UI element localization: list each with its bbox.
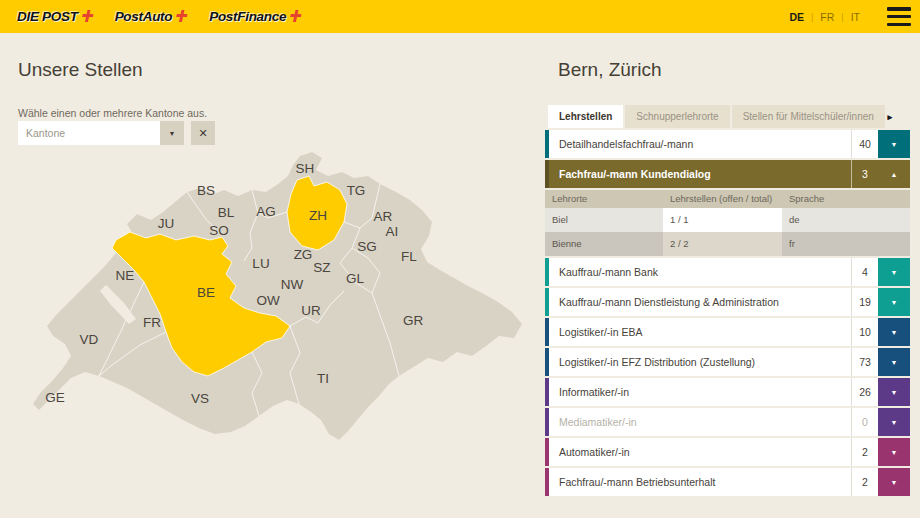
canton-label-ag[interactable]: AG [256, 204, 276, 219]
canton-label-ur[interactable]: UR [301, 303, 321, 318]
job-title: Logistiker/-in EBA [549, 318, 851, 346]
canton-filter: ▼ ✕ [18, 121, 215, 145]
top-header-bar: DIE POST PostAuto PostFinance DE | FR | … [0, 0, 920, 33]
canton-label-so[interactable]: SO [209, 223, 229, 238]
canton-label-be[interactable]: BE [197, 285, 215, 300]
canton-label-zg[interactable]: ZG [294, 247, 313, 262]
chevron-down-icon[interactable]: ▼ [878, 468, 910, 496]
detail-row-bienne[interactable]: Bienne 2 / 2 fr► [545, 232, 910, 256]
job-title: Detailhandelsfachfrau/-mann [549, 130, 851, 158]
job-count: 4 [851, 258, 878, 286]
job-title: Fachfrau/-mann Kundendialog [549, 160, 851, 188]
chevron-down-icon[interactable]: ▼ [878, 378, 910, 406]
job-count: 73 [851, 348, 878, 376]
job-list: Detailhandelsfachfrau/-mann 40 ▼ Fachfra… [545, 130, 910, 498]
canton-label-nw[interactable]: NW [281, 277, 304, 292]
canton-label-fl[interactable]: FL [401, 249, 417, 264]
chevron-down-icon[interactable]: ▼ [160, 121, 184, 145]
canton-label-ge[interactable]: GE [45, 390, 65, 405]
job-row-detailhandel[interactable]: Detailhandelsfachfrau/-mann 40 ▼ [545, 130, 910, 158]
job-row-kauffrau-dienstleistung[interactable]: Kauffrau/-mann Dienstleistung & Administ… [545, 288, 910, 316]
canton-label-lu[interactable]: LU [252, 256, 269, 271]
switzerland-map: SHTGBSBLAGZHARAIJUSOSGZGFLLUSZNEGLNWBEOW… [0, 33, 540, 518]
canton-label-ow[interactable]: OW [256, 293, 279, 308]
logo-die-post[interactable]: DIE POST [17, 8, 93, 26]
canton-label-ar[interactable]: AR [374, 209, 393, 224]
job-row-kauffrau-bank[interactable]: Kauffrau/-mann Bank 4 ▼ [545, 258, 910, 286]
lang-it[interactable]: IT [851, 11, 860, 23]
column-lehrorte: Lehrorte [545, 190, 663, 208]
job-row-betriebsunterhalt[interactable]: Fachfrau/-mann Betriebsunterhalt 2 ▼ [545, 468, 910, 496]
tab-bar: Lehrstellen Schnupperlehrorte Stellen fü… [548, 105, 885, 128]
job-count: 0 [851, 408, 878, 436]
canton-label-sg[interactable]: SG [357, 239, 377, 254]
job-title: Informatiker/-in [549, 378, 851, 406]
job-title: Kauffrau/-mann Bank [549, 258, 851, 286]
job-row-logistiker-eba[interactable]: Logistiker/-in EBA 10 ▼ [545, 318, 910, 346]
canton-label-tg[interactable]: TG [347, 183, 366, 198]
chevron-down-icon[interactable]: ▼ [878, 348, 910, 376]
canton-label-ai[interactable]: AI [386, 224, 399, 239]
canton-label-bl[interactable]: BL [218, 205, 235, 220]
arrow-right-icon[interactable]: ► [886, 106, 894, 130]
canton-label-vs[interactable]: VS [191, 391, 209, 406]
job-title: Fachfrau/-mann Betriebsunterhalt [549, 468, 851, 496]
job-count: 2 [851, 438, 878, 466]
canton-label-fr[interactable]: FR [143, 315, 161, 330]
canton-label-ju[interactable]: JU [158, 216, 175, 231]
tab-mittelschueler[interactable]: Stellen für Mittelschüler/innen [732, 105, 885, 128]
chevron-down-icon[interactable]: ▼ [878, 318, 910, 346]
sprache: de [782, 208, 910, 232]
canton-label-ti[interactable]: TI [317, 371, 329, 386]
job-row-kundendialog[interactable]: Fachfrau/-mann Kundendialog 3 ▲ [545, 160, 910, 188]
lang-fr[interactable]: FR [820, 11, 834, 23]
switzerland-map-svg [0, 33, 540, 518]
canton-label-zh[interactable]: ZH [309, 208, 327, 223]
canton-label-sh[interactable]: SH [296, 161, 315, 176]
job-title: Logistiker/-in EFZ Distribution (Zustell… [549, 348, 851, 376]
canton-filter-label: Wähle einen oder mehrere Kantone aus. [18, 107, 207, 119]
close-icon[interactable]: ✕ [191, 121, 215, 145]
canton-label-vd[interactable]: VD [80, 332, 99, 347]
chevron-down-icon[interactable]: ▼ [878, 130, 910, 158]
job-title: Automatiker/-in [549, 438, 851, 466]
column-sprache: Sprache [782, 190, 910, 208]
job-count: 2 [851, 468, 878, 496]
chevron-down-icon[interactable]: ▼ [878, 258, 910, 286]
lehrorte-detail-table: Lehrorte Lehrstellen (offen / total) Spr… [545, 190, 910, 256]
post-cross-icon [174, 8, 189, 26]
column-lehrstellen: Lehrstellen (offen / total) [663, 190, 782, 208]
brand-logos: DIE POST PostAuto PostFinance [0, 8, 301, 26]
lang-separator: | [841, 12, 843, 22]
hamburger-menu-icon[interactable] [887, 7, 911, 26]
selected-cantons-title: Bern, Zürich [558, 59, 661, 81]
canton-label-gr[interactable]: GR [403, 313, 423, 328]
canton-label-sz[interactable]: SZ [313, 260, 330, 275]
job-row-logistiker-efz[interactable]: Logistiker/-in EFZ Distribution (Zustell… [545, 348, 910, 376]
canton-label-gl[interactable]: GL [346, 271, 364, 286]
right-panel: Bern, Zürich Lehrstellen Schnupperlehror… [540, 33, 920, 518]
lang-separator: | [811, 12, 813, 22]
canton-select-input[interactable] [18, 121, 160, 145]
sprache: fr [782, 232, 910, 256]
chevron-down-icon[interactable]: ▼ [878, 408, 910, 436]
canton-label-bs[interactable]: BS [197, 183, 215, 198]
logo-postauto[interactable]: PostAuto [115, 8, 188, 26]
chevron-down-icon[interactable]: ▼ [878, 438, 910, 466]
post-cross-icon [80, 8, 95, 26]
chevron-up-icon[interactable]: ▲ [878, 160, 910, 188]
job-count: 10 [851, 318, 878, 346]
logo-postfinance-label: PostFinance [209, 9, 286, 24]
tab-schnupperlehrorte[interactable]: Schnupperlehrorte [625, 105, 729, 128]
job-count: 40 [851, 130, 878, 158]
canton-label-ne[interactable]: NE [116, 268, 135, 283]
detail-row-biel[interactable]: Biel 1 / 1 de► [545, 208, 910, 232]
logo-postfinance[interactable]: PostFinance [209, 8, 301, 26]
chevron-down-icon[interactable]: ▼ [878, 288, 910, 316]
job-row-mediamatiker[interactable]: Mediamatiker/-in 0 ▼ [545, 408, 910, 436]
lang-de[interactable]: DE [789, 11, 804, 23]
job-row-informatiker[interactable]: Informatiker/-in 26 ▼ [545, 378, 910, 406]
tab-lehrstellen[interactable]: Lehrstellen [548, 105, 623, 128]
job-title: Kauffrau/-mann Dienstleistung & Administ… [549, 288, 851, 316]
job-row-automatiker[interactable]: Automatiker/-in 2 ▼ [545, 438, 910, 466]
